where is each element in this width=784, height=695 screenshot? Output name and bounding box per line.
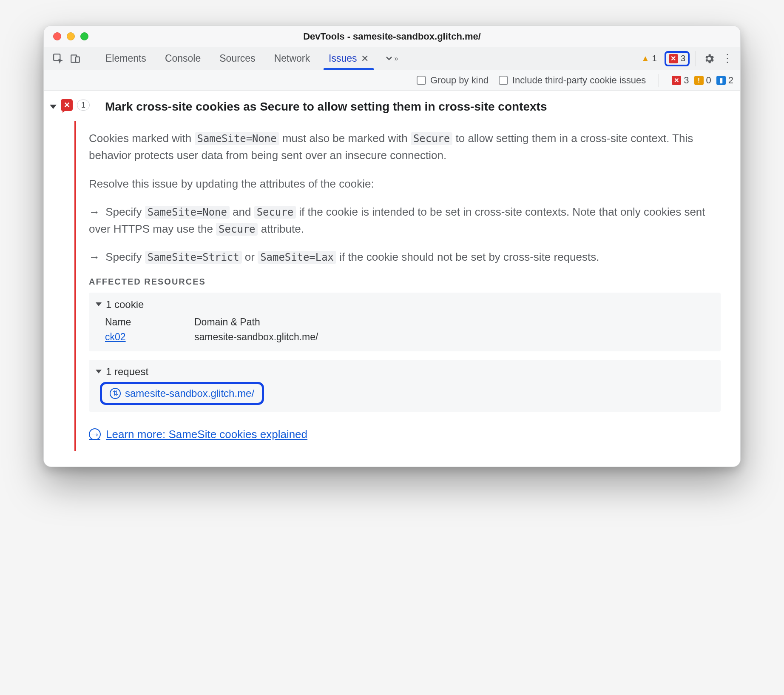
col-name: Name <box>105 316 182 328</box>
chevron-down-icon[interactable] <box>50 105 57 109</box>
top-error-count[interactable]: ✕ 3 <box>665 51 690 66</box>
affected-requests-title: 1 request <box>106 366 148 378</box>
affected-cookies-header[interactable]: 1 cookie <box>96 299 714 310</box>
affected-requests-block: 1 request ⇅ samesite-sandbox.glitch.me/ <box>89 360 721 412</box>
filter-warning-count[interactable]: ! 0 <box>694 75 711 86</box>
filter-info-count-value: 2 <box>728 75 733 86</box>
col-domain: Domain & Path <box>194 316 260 328</box>
maximize-window-button[interactable] <box>80 32 88 40</box>
more-options-icon[interactable]: ⋮ <box>721 51 735 66</box>
checkbox-box <box>417 76 426 85</box>
cookie-domain: samesite-sandbox.glitch.me/ <box>194 331 318 343</box>
titlebar: DevTools - samesite-sandbox.glitch.me/ <box>44 26 740 47</box>
cookie-table: Name Domain & Path ck02 samesite-sandbox… <box>96 315 714 345</box>
code-literal: Secure <box>254 206 296 219</box>
request-link[interactable]: ⇅ samesite-sandbox.glitch.me/ <box>100 382 264 405</box>
warning-icon: ! <box>694 76 704 85</box>
filter-error-count[interactable]: ✕ 3 <box>672 75 689 86</box>
tab-network[interactable]: Network <box>265 47 319 70</box>
traffic-lights <box>53 32 88 40</box>
arrow-icon: → <box>89 203 100 220</box>
issues-panel: ✕ 1 Mark cross-site cookies as Secure to… <box>44 91 740 467</box>
chevron-down-icon <box>96 370 102 373</box>
info-icon: ▮ <box>716 76 726 85</box>
desc-text: or <box>242 251 258 263</box>
issue-row[interactable]: ✕ 1 Mark cross-site cookies as Secure to… <box>44 95 740 118</box>
tab-issues[interactable]: Issues ✕ <box>319 47 378 70</box>
desc-text: Specify <box>105 251 145 263</box>
page-error-icon: ✕ <box>61 99 73 111</box>
code-literal: Secure <box>411 132 452 145</box>
top-error-count-value: 3 <box>681 54 685 63</box>
devtools-tabbar: Elements Console Sources Network Issues … <box>44 47 740 70</box>
chevron-down-icon <box>96 302 102 306</box>
checkbox-box <box>499 76 508 85</box>
arrow-icon: → <box>89 248 100 265</box>
affected-cookies-block: 1 cookie Name Domain & Path ck02 samesit… <box>89 293 721 351</box>
affected-requests-header[interactable]: 1 request <box>96 366 714 378</box>
settings-icon[interactable] <box>702 51 716 66</box>
network-icon: ⇅ <box>110 388 121 399</box>
affected-cookies-title: 1 cookie <box>106 299 144 310</box>
third-party-checkbox[interactable]: Include third-party cookie issues <box>499 75 646 86</box>
learn-more-link[interactable]: → Learn more: SameSite cookies explained <box>89 428 307 441</box>
desc-text: attribute. <box>258 222 304 235</box>
tab-sources[interactable]: Sources <box>210 47 264 70</box>
table-row: ck02 samesite-sandbox.glitch.me/ <box>96 330 714 345</box>
filter-separator <box>659 74 659 87</box>
top-warning-count-value: 1 <box>652 54 657 63</box>
desc-text: must also be marked with <box>279 132 411 145</box>
code-literal: SameSite=Lax <box>258 251 336 264</box>
table-header-row: Name Domain & Path <box>96 315 714 330</box>
devtools-window: DevTools - samesite-sandbox.glitch.me/ E… <box>43 26 741 467</box>
group-by-kind-label: Group by kind <box>430 75 489 86</box>
desc-text: and <box>230 205 254 218</box>
issue-description: Cookies marked with SameSite=None must a… <box>89 130 721 266</box>
close-window-button[interactable] <box>53 32 61 40</box>
device-toolbar-icon[interactable] <box>68 52 82 66</box>
cookie-name-link[interactable]: ck02 <box>105 331 126 342</box>
minimize-window-button[interactable] <box>67 32 75 40</box>
close-tab-icon[interactable]: ✕ <box>361 53 369 64</box>
filter-warning-count-value: 0 <box>706 75 711 86</box>
arrow-right-circle-icon: → <box>89 428 101 440</box>
top-warning-count[interactable]: ▲ 1 <box>638 52 660 65</box>
issue-count-badge: 1 <box>77 100 90 111</box>
third-party-label: Include third-party cookie issues <box>512 75 646 86</box>
tab-console[interactable]: Console <box>156 47 210 70</box>
inspect-element-icon[interactable] <box>51 52 65 66</box>
desc-text: Specify <box>105 205 145 218</box>
error-icon: ✕ <box>672 76 681 85</box>
issue-detail: Cookies marked with SameSite=None must a… <box>74 121 732 451</box>
tabbar-separator <box>696 51 696 66</box>
code-literal: SameSite=None <box>145 206 230 219</box>
window-title: DevTools - samesite-sandbox.glitch.me/ <box>44 31 740 42</box>
svg-rect-2 <box>76 57 80 62</box>
more-tabs-button[interactable]: » <box>378 47 404 70</box>
desc-text: Cookies marked with <box>89 132 195 145</box>
issue-title: Mark cross-site cookies as Secure to all… <box>105 100 547 114</box>
tab-issues-label: Issues <box>329 53 357 64</box>
filter-info-count[interactable]: ▮ 2 <box>716 75 733 86</box>
desc-text: if the cookie should not be set by cross… <box>336 251 599 263</box>
desc-text: Resolve this issue by updating the attri… <box>89 175 721 192</box>
filter-error-count-value: 3 <box>684 75 689 86</box>
tabbar-separator <box>89 51 89 66</box>
issues-filterbar: Group by kind Include third-party cookie… <box>44 70 740 91</box>
code-literal: SameSite=None <box>195 132 279 145</box>
tab-elements[interactable]: Elements <box>96 47 156 70</box>
affected-resources-label: AFFECTED RESOURCES <box>89 277 721 287</box>
code-literal: SameSite=Strict <box>145 251 242 264</box>
code-literal: Secure <box>216 223 258 236</box>
group-by-kind-checkbox[interactable]: Group by kind <box>417 75 489 86</box>
learn-more-text: Learn more: SameSite cookies explained <box>106 428 307 441</box>
error-icon: ✕ <box>669 54 678 63</box>
request-url: samesite-sandbox.glitch.me/ <box>125 387 254 399</box>
warning-icon: ▲ <box>641 54 650 63</box>
